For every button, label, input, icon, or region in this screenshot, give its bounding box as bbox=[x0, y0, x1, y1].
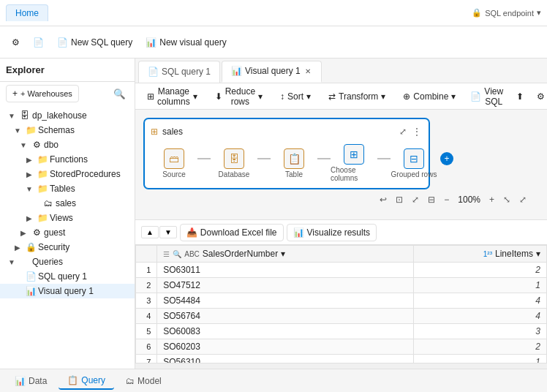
fullscreen-button[interactable]: ⤡ bbox=[500, 192, 513, 208]
tab-sql-query-1[interactable]: 📄SQL query 1 bbox=[138, 61, 220, 83]
step-source[interactable]: 🗃Source bbox=[151, 148, 197, 178]
manage-columns-icon: ⊞ bbox=[147, 91, 154, 102]
query-toolbar: ⊞ Manage columns ▾ ⬇ Reduce rows ▾ ↕ Sor… bbox=[135, 83, 547, 110]
tab-close-button[interactable]: ✕ bbox=[303, 67, 312, 75]
manage-columns-button[interactable]: ⊞ Manage columns ▾ bbox=[141, 83, 203, 110]
chevron-down-icon: ▾ bbox=[306, 91, 311, 102]
new-visual-query-button[interactable]: 📊 New visual query bbox=[140, 34, 232, 50]
tab-icon: 📊 bbox=[231, 66, 242, 76]
query-node[interactable]: ⊞ sales ⤢ ⋮ 🗃Source🗄Database📋Table⊞Choos… bbox=[144, 118, 429, 189]
new-table-button[interactable]: 📄 bbox=[27, 34, 50, 50]
item-icon: 🔒 bbox=[25, 242, 37, 252]
cell-sales-order: SO54484 bbox=[157, 293, 414, 309]
results-table-container: ☰ 🔍 ABC SalesOrderNumber ▾ 1²³ bbox=[135, 245, 547, 363]
tab-label: Data bbox=[29, 376, 47, 386]
cell-sales-order: SO60203 bbox=[157, 339, 414, 355]
add-warehouses-button[interactable]: + + Warehouses bbox=[6, 85, 79, 102]
chevron-icon: ▼ bbox=[12, 127, 23, 135]
canvas-area: ⊞ sales ⤢ ⋮ 🗃Source🗄Database📋Table⊞Choos… bbox=[135, 110, 547, 219]
expand-button[interactable]: ⤢ bbox=[398, 125, 408, 138]
chevron-down-icon[interactable]: ▾ bbox=[537, 8, 541, 18]
item-icon: 📁 bbox=[37, 154, 48, 165]
sidebar-item-schemas[interactable]: ▼📁Schemas bbox=[0, 123, 135, 137]
reduce-rows-button[interactable]: ⬇ Reduce rows ▾ bbox=[209, 83, 268, 110]
more-button[interactable]: ⋮ bbox=[411, 125, 423, 138]
horizontal-scrollbar[interactable] bbox=[135, 363, 547, 369]
undo-button[interactable]: ↩ bbox=[377, 192, 390, 208]
row-number: 3 bbox=[136, 293, 157, 309]
tab-label: Visual query 1 bbox=[245, 66, 301, 76]
sidebar-tree: ▼🗄dp_lakehouse▼📁Schemas▼⚙dbo▶📁Functions▶… bbox=[0, 105, 135, 369]
visualize-results-button[interactable]: 📊 Visualize results bbox=[287, 224, 377, 241]
cell-line-items: 1 bbox=[414, 355, 547, 363]
collapse-down-button[interactable]: ▼ bbox=[159, 226, 177, 238]
sidebar-item-guest[interactable]: ▶⚙guest bbox=[0, 225, 135, 240]
transform-button[interactable]: ⇄ Transform ▾ bbox=[322, 88, 391, 105]
settings-query-button[interactable]: ⚙ bbox=[531, 88, 547, 105]
sidebar-item-functions[interactable]: ▶📁Functions bbox=[0, 152, 135, 167]
col-filter-icon[interactable]: ▾ bbox=[536, 249, 540, 259]
visual-icon: 📊 bbox=[146, 37, 156, 48]
table-row: 3 SO54484 4 bbox=[136, 293, 547, 309]
chevron-icon: ▼ bbox=[18, 141, 29, 149]
step-grouped-rows[interactable]: ⊟Grouped rows bbox=[391, 148, 437, 178]
sidebar-item-sales[interactable]: 🗂sales bbox=[0, 196, 135, 211]
export-button[interactable]: ⬆ bbox=[510, 88, 529, 105]
zoom-out-button[interactable]: − bbox=[441, 192, 452, 208]
sidebar-item-queries[interactable]: ▼Queries bbox=[0, 255, 135, 269]
step-label: Grouped rows bbox=[391, 170, 437, 178]
collapse-up-button[interactable]: ▲ bbox=[141, 226, 159, 238]
col-header-line-items[interactable]: 1²³ LineItems ▾ bbox=[414, 246, 547, 263]
bottom-tab-data[interactable]: 📊Data bbox=[6, 373, 56, 389]
fit-button[interactable]: ⊡ bbox=[393, 192, 406, 208]
zoom-in-button[interactable]: + bbox=[486, 192, 497, 208]
bottom-tabs: 📊Data📋Query🗂Model bbox=[0, 369, 547, 392]
sidebar-item-dbo[interactable]: ▼⚙dbo bbox=[0, 137, 135, 152]
step-connector bbox=[257, 158, 271, 159]
canvas-toolbar: ↩ ⊡ ⤢ ⊟ − 100% + ⤡ ⤢ bbox=[144, 189, 538, 211]
plus-icon: + bbox=[12, 88, 18, 99]
chevron-icon: ▶ bbox=[12, 244, 23, 252]
sidebar-item-sql-query-1[interactable]: 📄SQL query 1 bbox=[0, 269, 135, 284]
col-type-icon: ABC bbox=[184, 250, 200, 258]
add-step-button[interactable]: + bbox=[440, 152, 453, 165]
step-table[interactable]: 📋Table bbox=[271, 148, 317, 178]
col-filter-icon[interactable]: ▾ bbox=[281, 249, 285, 259]
bottom-tab-model[interactable]: 🗂Model bbox=[117, 373, 170, 389]
col-header-sales-order[interactable]: ☰ 🔍 ABC SalesOrderNumber ▾ bbox=[157, 246, 414, 263]
download-excel-button[interactable]: 📥 Download Excel file bbox=[180, 224, 284, 241]
lock-icon: 🔒 bbox=[472, 8, 482, 18]
popout-button[interactable]: ⤢ bbox=[516, 192, 529, 208]
bottom-tab-query[interactable]: 📋Query bbox=[59, 372, 114, 390]
sidebar-item-storedprocedures[interactable]: ▶📁StoredProcedures bbox=[0, 167, 135, 181]
home-tab[interactable]: Home bbox=[6, 4, 48, 21]
tab-visual-query-1[interactable]: 📊Visual query 1✕ bbox=[222, 61, 322, 83]
view-sql-button[interactable]: 📄 View SQL bbox=[464, 83, 509, 110]
row-number: 2 bbox=[136, 278, 157, 293]
sidebar-item-dp_lakehouse[interactable]: ▼🗄dp_lakehouse bbox=[0, 108, 135, 123]
gear-icon: ⚙ bbox=[537, 91, 545, 102]
cell-line-items: 4 bbox=[414, 309, 547, 324]
results-table: ☰ 🔍 ABC SalesOrderNumber ▾ 1²³ bbox=[135, 245, 547, 363]
chevron-down-icon: ▾ bbox=[193, 91, 197, 102]
tab-label: Model bbox=[137, 376, 162, 386]
new-sql-query-button[interactable]: 📄 New SQL query bbox=[51, 34, 138, 50]
sidebar-search-button[interactable]: 🔍 bbox=[110, 86, 129, 102]
zoom-fit-button[interactable]: ⤢ bbox=[409, 192, 422, 208]
sidebar-item-visual-query-1[interactable]: 📊Visual query 1 bbox=[0, 284, 135, 298]
step-database[interactable]: 🗄Database bbox=[211, 148, 257, 178]
sidebar-item-tables[interactable]: ▼📁Tables bbox=[0, 181, 135, 196]
transform-icon: ⇄ bbox=[328, 91, 336, 102]
step-connector bbox=[377, 158, 391, 159]
step-choose-columns[interactable]: ⊞Choose columns bbox=[331, 144, 377, 182]
chevron-icon: ▶ bbox=[23, 214, 35, 222]
sidebar-item-security[interactable]: ▶🔒Security bbox=[0, 240, 135, 255]
sort-button[interactable]: ↕ Sort ▾ bbox=[274, 88, 317, 105]
sidebar-item-views[interactable]: ▶📁Views bbox=[0, 211, 135, 225]
table-header-row: ☰ 🔍 ABC SalesOrderNumber ▾ 1²³ bbox=[136, 246, 547, 263]
item-icon: 📁 bbox=[25, 125, 37, 135]
settings-button[interactable]: ⚙ bbox=[6, 34, 26, 50]
layout-button[interactable]: ⊟ bbox=[425, 192, 438, 208]
combine-button[interactable]: ⊕ Combine ▾ bbox=[397, 88, 461, 105]
top-bar: Home 🔒 SQL endpoint ▾ bbox=[0, 0, 547, 26]
